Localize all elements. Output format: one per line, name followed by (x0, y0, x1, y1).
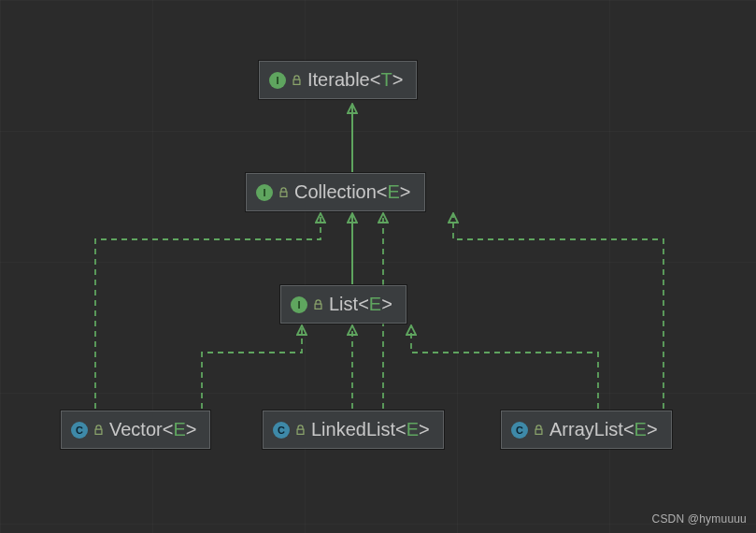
node-linkedlist[interactable]: C LinkedList<E> (263, 411, 444, 449)
watermark: CSDN @hymuuuu (652, 512, 747, 526)
node-collection[interactable]: I Collection<E> (246, 173, 425, 211)
class-icon: C (71, 422, 88, 439)
node-list[interactable]: I List<E> (280, 285, 407, 324)
lock-icon (313, 299, 323, 310)
class-icon: C (273, 422, 290, 439)
interface-icon: I (291, 296, 307, 313)
node-label: LinkedList<E> (311, 419, 430, 440)
class-icon: C (511, 422, 528, 439)
lock-icon (292, 75, 302, 86)
node-label: Collection<E> (294, 181, 411, 203)
node-label: Iterable<T> (307, 69, 403, 91)
node-label: Vector<E> (109, 419, 196, 440)
lock-icon (93, 425, 104, 436)
node-arraylist[interactable]: C ArrayList<E> (501, 411, 672, 449)
lock-icon (295, 425, 306, 436)
lock-icon (278, 187, 289, 198)
node-label: List<E> (329, 294, 392, 315)
node-label: ArrayList<E> (549, 419, 658, 440)
interface-icon: I (269, 72, 286, 89)
node-iterable[interactable]: I Iterable<T> (259, 61, 417, 99)
interface-icon: I (256, 184, 273, 201)
node-vector[interactable]: C Vector<E> (61, 411, 210, 449)
lock-icon (534, 425, 544, 436)
